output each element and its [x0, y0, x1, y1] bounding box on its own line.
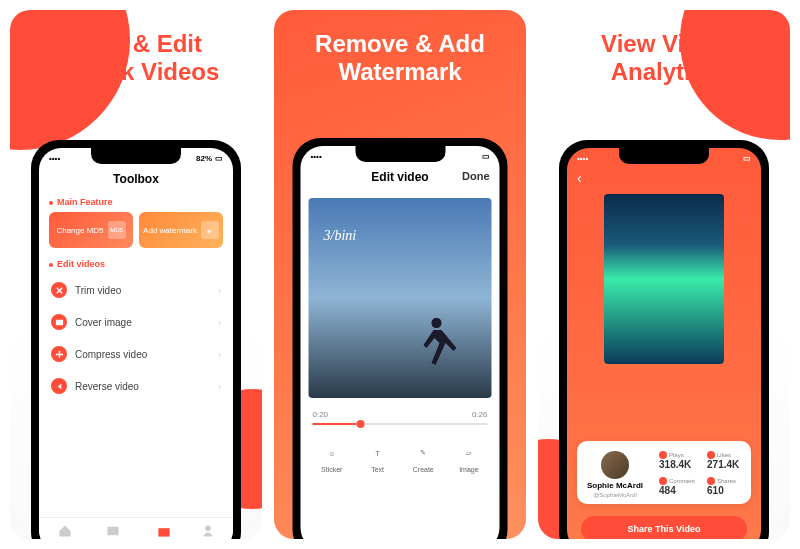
heart-icon [707, 451, 715, 459]
phone-mockup: •••• 82% ▭ Toolbox Main Feature Change M… [31, 140, 241, 539]
timeline-labels: 0:20 0:26 [301, 406, 500, 423]
phone-mockup: •••• ▭ ‹ Sophie McArdl @SophieMcArdl Pla… [559, 140, 769, 539]
image-icon [51, 314, 67, 330]
svg-rect-1 [107, 527, 118, 535]
signal-icon: •••• [577, 154, 588, 163]
page-title: Toolbox [39, 166, 233, 192]
stat-value: 610 [707, 485, 741, 496]
promo-panel-1: Save & Edit Tik Tok Videos •••• 82% ▭ To… [10, 10, 262, 539]
sticker-icon: ☺ [322, 443, 342, 463]
promo-panel-2: Remove & Add Watermark •••• ▭ Edit video… [274, 10, 526, 539]
headline-line2: Analytics [538, 58, 790, 86]
headline: Save & Edit Tik Tok Videos [10, 30, 262, 85]
nav-toolbox[interactable]: Toolbox [153, 524, 174, 539]
screen: •••• 82% ▭ Toolbox Main Feature Change M… [39, 148, 233, 539]
video-icon [106, 524, 120, 538]
avatar[interactable] [601, 451, 629, 479]
phone-mockup: •••• ▭ Edit video Done 3/bini 0:20 0:26 … [293, 138, 508, 539]
reverse-icon [51, 378, 67, 394]
screen: •••• ▭ Edit video Done 3/bini 0:20 0:26 … [301, 146, 500, 539]
image-tool[interactable]: ▱Image [459, 443, 479, 473]
pencil-icon: ✎ [413, 443, 433, 463]
reverse-video-item[interactable]: Reverse video › [39, 370, 233, 402]
share-icon [707, 477, 715, 485]
tool-label: Text [371, 466, 384, 473]
svg-point-3 [206, 525, 212, 531]
text-tool[interactable]: TText [368, 443, 388, 473]
done-button[interactable]: Done [462, 170, 490, 182]
stat-value: 318.4K [659, 459, 695, 470]
share-video-button[interactable]: Share This Video [581, 516, 747, 539]
headline-line2: Watermark [274, 58, 526, 86]
time-end: 0:26 [472, 410, 488, 419]
user-handle: @SophieMcArdl [593, 492, 636, 498]
stat-comments: Comment 484 [659, 477, 695, 499]
section-edit-videos: Edit videos [39, 254, 233, 274]
battery-text: 82% [196, 154, 212, 163]
svg-rect-0 [55, 319, 62, 324]
create-tool[interactable]: ✎Create [413, 443, 434, 473]
chevron-right-icon: › [218, 317, 221, 328]
md5-icon: MD5 [108, 221, 126, 239]
text-icon: T [368, 443, 388, 463]
tool-label: Create [413, 466, 434, 473]
screen: •••• ▭ ‹ Sophie McArdl @SophieMcArdl Pla… [567, 148, 761, 539]
nav-home[interactable]: Home [57, 524, 73, 539]
headline: View Video Analytics [538, 30, 790, 85]
climber-silhouette [412, 308, 462, 378]
video-thumbnail[interactable] [604, 194, 724, 364]
stat-label: Plays [669, 452, 684, 458]
toolbox-icon [157, 524, 171, 538]
stat-likes: Likes 271.4K [707, 451, 741, 473]
headline-line1: View Video [538, 30, 790, 58]
headline: Remove & Add Watermark [274, 30, 526, 85]
person-icon [201, 524, 215, 538]
nav-me[interactable]: Me [201, 524, 215, 539]
title-text: Edit video [371, 170, 428, 184]
item-label: Cover image [75, 317, 132, 328]
analytics-card: Sophie McArdl @SophieMcArdl Plays 318.4K… [577, 441, 751, 504]
edit-tools: ☺Sticker TText ✎Create ▱Image [301, 433, 500, 483]
stat-label: Shares [717, 478, 736, 484]
battery-icon: ▭ [743, 154, 751, 163]
back-button[interactable]: ‹ [577, 170, 582, 186]
user-name: Sophie McArdl [587, 481, 643, 490]
battery-icon: ▭ [215, 154, 223, 163]
stat-value: 484 [659, 485, 695, 496]
chevron-right-icon: › [218, 381, 221, 392]
add-watermark-button[interactable]: Add watermark ◈ [139, 212, 223, 248]
signal-icon: •••• [49, 154, 60, 163]
notch [91, 148, 181, 164]
scissors-icon [51, 282, 67, 298]
change-md5-button[interactable]: Change MD5 MD5 [49, 212, 133, 248]
headline-line2: Tik Tok Videos [10, 58, 262, 86]
tool-label: Sticker [321, 466, 342, 473]
tool-label: Image [459, 466, 478, 473]
image-icon: ▱ [459, 443, 479, 463]
cover-image-item[interactable]: Cover image › [39, 306, 233, 338]
compress-icon [51, 346, 67, 362]
video-preview[interactable]: 3/bini [309, 198, 492, 398]
stats-grid: Plays 318.4K Likes 271.4K Comment 484 [659, 451, 741, 498]
promo-panel-3: View Video Analytics •••• ▭ ‹ Sophie McA… [538, 10, 790, 539]
trim-video-item[interactable]: Trim video › [39, 274, 233, 306]
notch [619, 148, 709, 164]
item-label: Reverse video [75, 381, 139, 392]
playhead[interactable] [356, 420, 364, 428]
sticker-tool[interactable]: ☺Sticker [321, 443, 342, 473]
stats-top: Sophie McArdl @SophieMcArdl Plays 318.4K… [587, 451, 741, 498]
stat-label: Likes [717, 452, 731, 458]
stat-shares: Shares 610 [707, 477, 741, 499]
nav-video-list[interactable]: Video List [100, 524, 126, 539]
button-label: Add watermark [143, 226, 197, 235]
time-start: 0:20 [313, 410, 329, 419]
watermark-signature[interactable]: 3/bini [324, 228, 357, 244]
home-icon [58, 524, 72, 538]
item-label: Compress video [75, 349, 147, 360]
stat-plays: Plays 318.4K [659, 451, 695, 473]
stat-label: Comment [669, 478, 695, 484]
headline-line1: Remove & Add [274, 30, 526, 58]
timeline-slider[interactable] [313, 423, 488, 425]
stat-value: 271.4K [707, 459, 741, 470]
compress-video-item[interactable]: Compress video › [39, 338, 233, 370]
